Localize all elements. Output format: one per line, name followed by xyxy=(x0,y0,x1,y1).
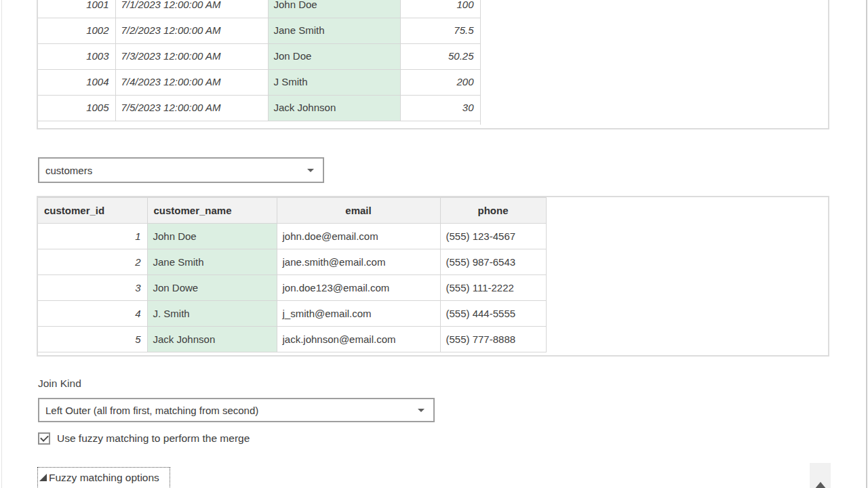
table-cell[interactable]: jack.johnson@email.com xyxy=(277,327,440,352)
checkmark-icon xyxy=(40,433,49,442)
fuzzy-options-expander[interactable]: Fuzzy matching options xyxy=(37,467,170,488)
table-cell[interactable]: (555) 111-2222 xyxy=(440,275,546,301)
table-cell[interactable]: john.doe@email.com xyxy=(277,224,440,249)
table-cell[interactable]: John Doe xyxy=(268,0,400,18)
table-cell[interactable]: John Doe xyxy=(147,224,277,249)
table-cell[interactable]: 7/3/2023 12:00:00 AM xyxy=(115,43,268,69)
table-cell[interactable]: 3 xyxy=(38,275,147,301)
column-header-phone[interactable]: phone xyxy=(440,198,546,224)
table-cell[interactable]: 1003 xyxy=(38,43,115,69)
window-left-border xyxy=(1,0,2,488)
table-cell[interactable]: 100 xyxy=(400,0,480,18)
scrollbar-up-button[interactable] xyxy=(810,463,831,488)
table-row: 3Jon Dowejon.doe123@email.com(555) 111-2… xyxy=(38,275,546,301)
table-selector-value: customers xyxy=(39,165,307,176)
table-cell[interactable]: 50.25 xyxy=(400,43,480,69)
table-row: 10037/3/2023 12:00:00 AMJon Doe50.25 xyxy=(38,43,480,69)
table-cell[interactable]: J. Smith xyxy=(147,301,277,327)
empty-strip-row xyxy=(38,121,480,125)
join-kind-value: Left Outer (all from first, matching fro… xyxy=(39,405,418,416)
table-cell[interactable]: 7/2/2023 12:00:00 AM xyxy=(115,18,268,43)
table-cell[interactable]: Jack Johnson xyxy=(268,95,400,121)
table-cell[interactable]: 30 xyxy=(400,95,480,121)
table-cell[interactable]: Jack Johnson xyxy=(147,327,277,352)
scroll-up-arrow-icon xyxy=(814,482,827,488)
table-cell[interactable]: 7/4/2023 12:00:00 AM xyxy=(115,69,268,95)
table-row: 10027/2/2023 12:00:00 AMJane Smith75.5 xyxy=(38,18,480,43)
table-header-row: customer_idcustomer_nameemailphone xyxy=(38,198,546,224)
table-cell[interactable]: Jon Dowe xyxy=(147,275,277,301)
table-cell[interactable]: Jane Smith xyxy=(268,18,400,43)
chevron-down-icon xyxy=(418,409,425,412)
table-row: 10047/4/2023 12:00:00 AMJ Smith200 xyxy=(38,69,480,95)
expander-triangle-icon xyxy=(39,474,47,481)
table-cell[interactable]: Jane Smith xyxy=(147,249,277,275)
column-header-email[interactable]: email xyxy=(277,198,440,224)
table-cell[interactable]: 1005 xyxy=(38,95,115,121)
table-cell[interactable]: 200 xyxy=(400,69,480,95)
table-cell[interactable]: 75.5 xyxy=(400,18,480,43)
chevron-down-icon xyxy=(307,169,314,172)
table-cell[interactable]: 7/1/2023 12:00:00 AM xyxy=(115,0,268,18)
column-header-customer_name[interactable]: customer_name xyxy=(147,198,277,224)
table-cell[interactable]: (555) 444-5555 xyxy=(440,301,546,327)
table-row: 2Jane Smithjane.smith@email.com(555) 987… xyxy=(38,249,546,275)
table-cell[interactable]: J Smith xyxy=(268,69,400,95)
table-cell[interactable]: (555) 123-4567 xyxy=(440,224,546,249)
table-cell[interactable]: (555) 987-6543 xyxy=(440,249,546,275)
table-cell[interactable]: Jon Doe xyxy=(268,43,400,69)
table-cell[interactable]: 5 xyxy=(38,327,147,352)
table-cell[interactable]: 1 xyxy=(38,224,147,249)
table-cell[interactable]: 1002 xyxy=(38,18,115,43)
left-table-preview-pane: 10017/1/2023 12:00:00 AMJohn Doe10010027… xyxy=(37,0,829,129)
fuzzy-matching-checkbox-label[interactable]: Use fuzzy matching to perform the merge xyxy=(57,432,250,445)
table-cell[interactable]: (555) 777-8888 xyxy=(440,327,546,352)
table-cell[interactable]: jon.doe123@email.com xyxy=(277,275,440,301)
column-header-customer_id[interactable]: customer_id xyxy=(38,198,147,224)
table-row: 4J. Smithj_smith@email.com(555) 444-5555 xyxy=(38,301,546,327)
fuzzy-matching-checkbox[interactable] xyxy=(38,432,50,445)
table-row: 5Jack Johnsonjack.johnson@email.com(555)… xyxy=(38,327,546,352)
table-cell[interactable]: 4 xyxy=(38,301,147,327)
table-cell[interactable]: 2 xyxy=(38,249,147,275)
table-cell[interactable]: 1004 xyxy=(38,69,115,95)
table-cell[interactable]: j_smith@email.com xyxy=(277,301,440,327)
join-kind-label: Join Kind xyxy=(38,378,81,390)
table-cell[interactable]: 1001 xyxy=(38,0,115,18)
right-table-preview-pane: customer_idcustomer_nameemailphone 1John… xyxy=(37,196,829,357)
fuzzy-options-label: Fuzzy matching options xyxy=(49,472,159,484)
window-right-border xyxy=(866,0,867,488)
table-row: 10017/1/2023 12:00:00 AMJohn Doe100 xyxy=(38,0,480,18)
join-kind-dropdown[interactable]: Left Outer (all from first, matching fro… xyxy=(38,398,435,422)
table-row: 1John Doejohn.doe@email.com(555) 123-456… xyxy=(38,224,546,249)
table-cell[interactable]: jane.smith@email.com xyxy=(277,249,440,275)
table-selector-dropdown[interactable]: customers xyxy=(38,157,324,183)
table-cell[interactable]: 7/5/2023 12:00:00 AM xyxy=(115,95,268,121)
right-table: customer_idcustomer_nameemailphone 1John… xyxy=(38,197,547,352)
table-row: 10057/5/2023 12:00:00 AMJack Johnson30 xyxy=(38,95,480,121)
left-table: 10017/1/2023 12:00:00 AMJohn Doe10010027… xyxy=(38,0,481,125)
